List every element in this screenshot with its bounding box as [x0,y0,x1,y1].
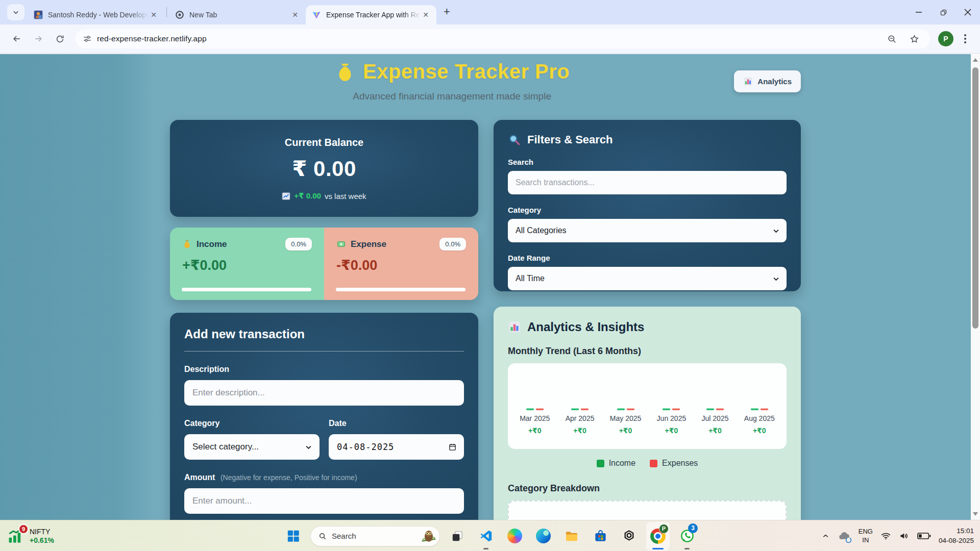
app-header: Expense Tracker Pro Advanced financial m… [170,60,801,102]
date-range-select[interactable]: All Time [508,267,787,290]
window-controls [906,0,980,24]
search-input[interactable] [508,171,787,194]
active-app-indicator [652,548,664,549]
tray-date: 04-08-2025 [939,536,974,545]
nifty-change: +0.61% [30,536,54,544]
bookmark-star-icon[interactable] [905,30,923,47]
tab-close-button[interactable]: ✕ [289,10,301,20]
scroll-down-arrow[interactable] [973,512,978,516]
amount-input[interactable] [184,488,464,514]
vscode-button[interactable] [475,522,497,550]
back-button[interactable] [7,29,27,48]
category-breakdown-box [508,500,787,520]
running-indicator [483,548,488,549]
filters-card: Filters & Search Search Category All Cat… [494,120,801,291]
url-text[interactable]: red-expense-tracker.netlify.app [97,34,878,43]
battery-icon[interactable] [917,532,931,540]
clock[interactable]: 15:01 04-08-2025 [939,527,974,545]
chrome-button[interactable]: P [646,522,670,550]
income-amount: +₹0.00 [182,257,312,273]
task-view-button[interactable] [446,522,469,550]
magnifier-icon [508,133,521,146]
chevron-down-icon [772,275,780,283]
nifty-widget[interactable]: 9 NIFTY +0.61% [7,520,54,551]
whatsapp-button[interactable]: 3 [676,522,698,550]
chart-legend: Income Expenses [508,459,787,468]
restore-button[interactable] [931,0,955,24]
tab-expense-tracker-active[interactable]: Expense Tracker App with React ✕ [306,5,436,24]
income-legend-swatch [597,460,604,467]
insights-title: Analytics & Insights [527,320,644,334]
amount-label: Amount [184,473,215,482]
omnibox[interactable]: red-expense-tracker.netlify.app [76,29,930,48]
close-window-button[interactable] [955,0,980,24]
divider [184,351,464,352]
copilot-button[interactable] [503,522,526,550]
edge-button[interactable] [532,522,554,550]
income-mini-bar [706,408,714,410]
month-column: Apr 2025 +₹0 [566,408,595,435]
taskbar-search[interactable]: Search [310,526,440,546]
tray-time: 15:01 [939,527,974,536]
microsoft-store-button[interactable] [589,522,611,550]
running-indicator [684,548,690,549]
income-mini-bar [617,408,625,410]
file-explorer-button[interactable] [560,522,583,550]
chevron-down-icon [12,9,19,16]
description-label: Description [184,365,464,374]
banknote-icon [336,239,346,249]
new-tab-favicon [175,10,184,19]
month-column: Jun 2025 +₹0 [657,408,687,435]
chevron-down-icon [772,227,780,235]
minimize-button[interactable] [906,0,931,24]
tab-title: New Tab [189,11,289,19]
calendar-icon[interactable] [448,443,457,452]
bar-chart-icon [743,77,753,86]
profile-avatar[interactable]: P [938,31,953,46]
add-transaction-title: Add new transaction [184,327,464,341]
wifi-icon[interactable] [880,531,891,541]
scroll-up-arrow[interactable] [973,58,978,62]
filter-category-select[interactable]: All Categories [508,219,787,242]
task-view-icon [451,530,464,543]
vite-favicon [312,10,321,19]
expense-mini-bar [627,408,634,410]
nifty-label: NIFTY [30,528,54,536]
volume-icon[interactable] [899,531,910,541]
analytics-button[interactable]: Analytics [734,70,801,92]
ms-store-icon [594,529,607,543]
chatgpt-button[interactable] [618,522,640,550]
tab-close-button[interactable]: ✕ [148,10,159,20]
category-select[interactable]: Select category... [184,434,320,460]
browser-menu-button[interactable] [958,34,973,43]
start-button[interactable] [282,522,304,550]
reload-button[interactable] [50,29,69,48]
date-input[interactable]: 04-08-2025 [329,434,464,460]
taskbar: 9 NIFTY +0.61% Search [0,520,980,551]
expense-mini-bar [581,408,589,410]
tab-new-tab[interactable]: New Tab ✕ [169,5,306,24]
left-column: Current Balance ₹ 0.00 +₹ 0.00 vs last w… [170,120,478,520]
forward-button[interactable] [29,29,48,48]
zoom-out-icon[interactable] [883,30,900,47]
tab-close-button[interactable]: ✕ [420,10,431,20]
new-tab-button[interactable]: + [444,6,450,17]
language-indicator[interactable]: ENGIN [859,528,873,544]
balance-delta-note: vs last week [325,192,366,201]
tab-list-chevron-button[interactable] [7,4,24,20]
bar-chart-icon [508,320,521,334]
description-input[interactable] [184,380,464,406]
tab-portfolio[interactable]: Santosh Reddy - Web Develope ✕ [28,5,164,24]
expense-mini-bar [672,408,680,410]
page-scrollbar[interactable] [971,54,980,520]
screen: Santosh Reddy - Web Develope ✕ New Tab ✕… [0,0,980,551]
income-mini-bar [571,408,579,410]
expense-amount: -₹0.00 [336,257,466,273]
search-icon [318,532,327,540]
tray-chevron-up-icon[interactable] [821,532,830,540]
balance-delta: +₹ 0.00 [294,191,321,201]
site-info-icon[interactable] [83,34,92,43]
copilot-icon [507,529,522,543]
scrollbar-thumb[interactable] [972,67,978,329]
onedrive-icon[interactable] [838,530,851,543]
